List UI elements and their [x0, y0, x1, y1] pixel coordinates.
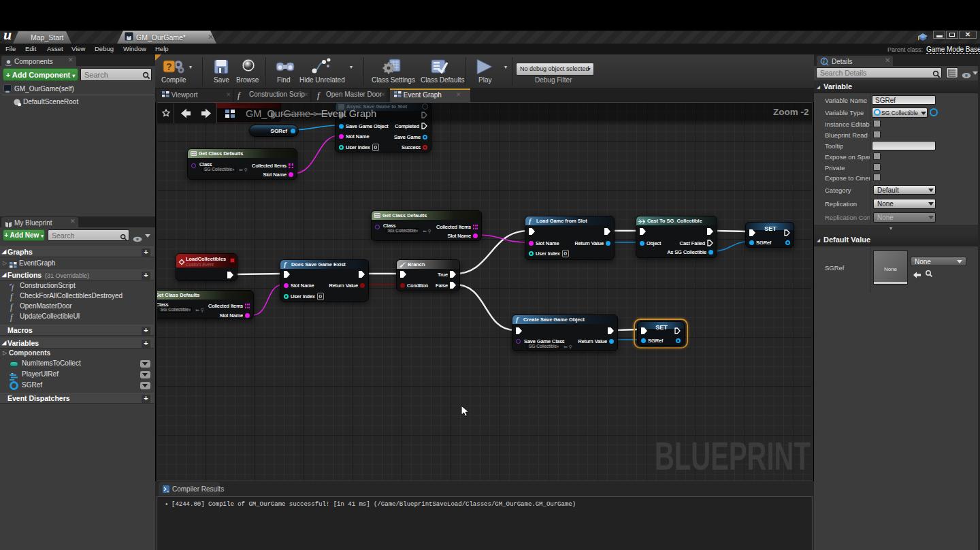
svg-text:?: ? — [166, 61, 172, 72]
svg-text:i: i — [823, 59, 825, 65]
svg-text:f: f — [12, 284, 14, 291]
